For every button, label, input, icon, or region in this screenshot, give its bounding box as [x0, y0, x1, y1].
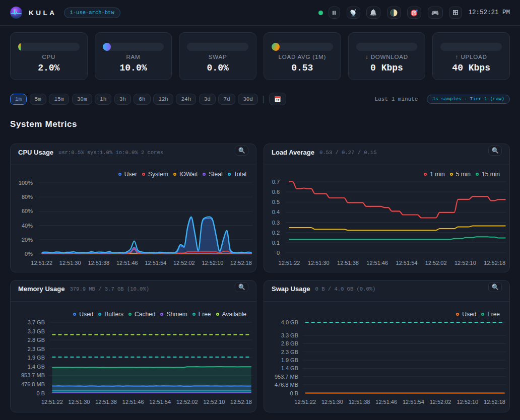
svg-text:12:51:38: 12:51:38 [337, 260, 359, 266]
svg-text:1.9 GB: 1.9 GB [281, 357, 298, 363]
svg-text:12:51:30: 12:51:30 [69, 399, 90, 405]
svg-text:12:51:46: 12:51:46 [366, 260, 388, 266]
svg-text:12:51:54: 12:51:54 [149, 399, 171, 405]
svg-text:953.7 MB: 953.7 MB [21, 372, 45, 378]
svg-text:0 B: 0 B [290, 390, 298, 396]
svg-text:953.7 MB: 953.7 MB [275, 374, 298, 380]
svg-text:0%: 0% [25, 251, 33, 257]
svg-text:12:51:46: 12:51:46 [375, 399, 397, 405]
svg-text:12:52:18: 12:52:18 [230, 399, 252, 405]
svg-text:0.1: 0.1 [272, 240, 280, 246]
svg-text:476.8 MB: 476.8 MB [21, 381, 45, 387]
svg-text:0.3: 0.3 [272, 220, 280, 226]
svg-text:12:51:38: 12:51:38 [349, 399, 370, 405]
svg-text:12:52:18: 12:52:18 [484, 260, 505, 266]
svg-text:12:51:38: 12:51:38 [88, 260, 109, 266]
svg-text:0.7: 0.7 [272, 179, 280, 185]
svg-text:476.8 MB: 476.8 MB [275, 382, 298, 388]
svg-text:40%: 40% [22, 223, 33, 229]
svg-text:12:51:46: 12:51:46 [122, 399, 144, 405]
svg-text:12:51:54: 12:51:54 [403, 399, 424, 405]
svg-text:0 B: 0 B [36, 390, 45, 396]
svg-text:12:52:10: 12:52:10 [202, 260, 223, 266]
svg-text:12:52:18: 12:52:18 [230, 260, 252, 266]
svg-text:12:52:18: 12:52:18 [484, 399, 505, 405]
svg-text:12:51:30: 12:51:30 [321, 399, 343, 405]
svg-text:12:51:38: 12:51:38 [95, 399, 117, 405]
svg-text:0: 0 [277, 250, 280, 256]
svg-text:12:51:22: 12:51:22 [294, 399, 316, 405]
svg-text:0.5: 0.5 [272, 199, 280, 205]
svg-text:12:52:02: 12:52:02 [173, 260, 195, 266]
svg-text:60%: 60% [22, 208, 33, 214]
svg-text:3.7 GB: 3.7 GB [28, 319, 45, 325]
svg-text:2.8 GB: 2.8 GB [281, 340, 298, 346]
svg-text:0.4: 0.4 [272, 209, 280, 215]
svg-text:80%: 80% [22, 194, 33, 200]
svg-text:1.4 GB: 1.4 GB [28, 364, 45, 370]
svg-text:12:51:54: 12:51:54 [145, 260, 166, 266]
svg-text:12:52:10: 12:52:10 [457, 399, 478, 405]
svg-text:12:52:10: 12:52:10 [454, 260, 476, 266]
svg-text:12:51:46: 12:51:46 [116, 260, 138, 266]
svg-text:3.3 GB: 3.3 GB [28, 328, 45, 334]
svg-text:0.2: 0.2 [272, 230, 280, 236]
svg-text:3.3 GB: 3.3 GB [281, 332, 298, 338]
svg-text:2.3 GB: 2.3 GB [28, 346, 45, 352]
svg-text:2.3 GB: 2.3 GB [281, 349, 298, 355]
svg-text:4.0 GB: 4.0 GB [281, 319, 298, 325]
svg-text:12:51:22: 12:51:22 [41, 399, 63, 405]
svg-text:12:51:30: 12:51:30 [308, 260, 330, 266]
svg-text:0.6: 0.6 [272, 189, 280, 195]
svg-text:12:52:02: 12:52:02 [430, 399, 451, 405]
svg-text:1.4 GB: 1.4 GB [281, 365, 298, 371]
svg-text:20%: 20% [22, 237, 33, 243]
svg-text:12:52:10: 12:52:10 [203, 399, 225, 405]
svg-text:12:51:22: 12:51:22 [279, 260, 300, 266]
svg-text:12:51:54: 12:51:54 [396, 260, 418, 266]
svg-text:12:51:30: 12:51:30 [59, 260, 81, 266]
svg-text:1.9 GB: 1.9 GB [28, 355, 45, 361]
svg-text:12:52:02: 12:52:02 [425, 260, 447, 266]
svg-text:17: 17 [276, 99, 279, 102]
svg-text:12:52:02: 12:52:02 [176, 399, 198, 405]
svg-text:2.8 GB: 2.8 GB [28, 337, 45, 343]
svg-text:12:51:22: 12:51:22 [31, 260, 52, 266]
svg-text:100%: 100% [19, 180, 33, 186]
